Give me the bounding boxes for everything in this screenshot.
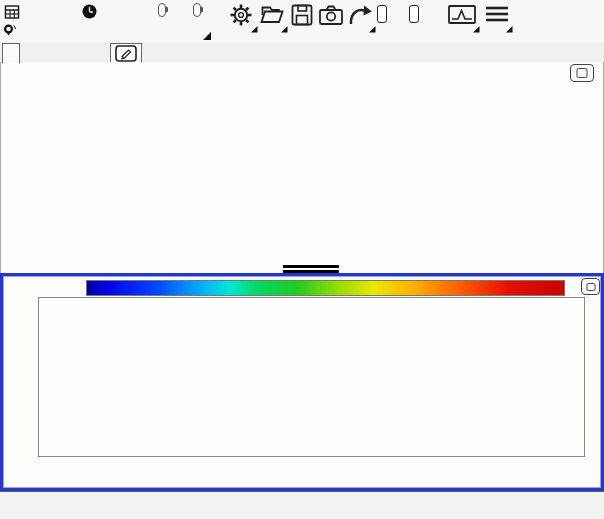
run-button[interactable] xyxy=(377,5,387,23)
settings-gear-icon[interactable] xyxy=(229,3,255,29)
dropdown-corner-icon xyxy=(251,26,258,33)
screenshot-camera-icon[interactable] xyxy=(318,3,344,29)
gps-icon xyxy=(3,24,19,39)
edit-layout-button[interactable] xyxy=(110,43,142,63)
dropdown-corner-icon xyxy=(281,26,288,33)
dropdown-corner-icon xyxy=(506,26,513,33)
spectrogram-plot-area[interactable] xyxy=(38,297,585,457)
spectrum-plot-area[interactable] xyxy=(39,85,584,243)
open-folder-icon[interactable] xyxy=(259,3,285,29)
battery-a-indicator xyxy=(158,3,166,17)
redo-arrow-icon[interactable] xyxy=(347,3,373,29)
spectrum-maximize-button[interactable] xyxy=(570,64,594,82)
toolbar xyxy=(0,0,604,42)
calendar-icon xyxy=(4,4,20,20)
app-window xyxy=(0,0,604,519)
panel-splitter-handle[interactable] xyxy=(283,265,339,273)
menu-hamburger-icon[interactable] xyxy=(484,3,510,29)
status-bar xyxy=(0,491,604,519)
save-icon[interactable] xyxy=(290,3,316,29)
spectrogram-panel xyxy=(0,273,604,491)
single-run-button[interactable] xyxy=(409,5,419,23)
spectrum-panel xyxy=(0,62,604,274)
expand-status-triangle[interactable] xyxy=(203,32,212,41)
spectrogram-maximize-button[interactable] xyxy=(581,278,600,295)
dropdown-corner-icon xyxy=(473,26,480,33)
colorbar-gradient xyxy=(86,280,565,296)
tab-bar xyxy=(0,42,604,63)
dropdown-corner-icon xyxy=(369,26,376,33)
display-config-icon[interactable] xyxy=(447,3,477,29)
battery-b-indicator xyxy=(193,3,201,17)
tab-rt-spectrum[interactable] xyxy=(2,43,20,63)
clock-icon xyxy=(82,4,97,19)
pencil-icon xyxy=(115,45,137,62)
